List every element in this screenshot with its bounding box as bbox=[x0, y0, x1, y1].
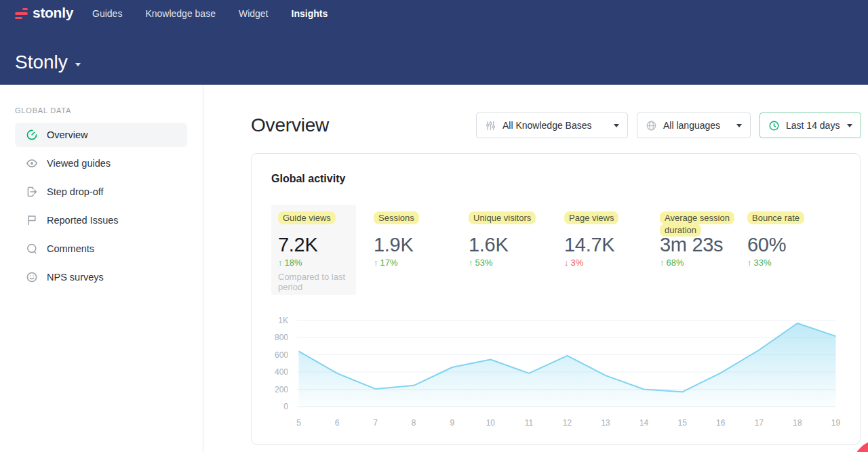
metric-label: Guide views bbox=[278, 211, 336, 224]
smiley-icon bbox=[26, 271, 38, 283]
sidebar-item-reported-issues[interactable]: Reported Issues bbox=[15, 208, 187, 232]
metric-value: 14.7K bbox=[564, 234, 660, 255]
metric-guide-views[interactable]: Guide views7.2K↑18%Compared to last peri… bbox=[271, 205, 356, 295]
metric-unique-visitors[interactable]: Unique visitors1.6K↑53% bbox=[469, 211, 564, 295]
metric-sessions[interactable]: Sessions1.9K↑17% bbox=[374, 211, 469, 295]
sidebar-item-label: Comments bbox=[47, 243, 94, 254]
metric-value: 1.9K bbox=[374, 234, 469, 255]
filter-label: Last 14 days bbox=[786, 120, 840, 131]
metric-average-session-duration[interactable]: Average session duration3m 23s↑68% bbox=[660, 211, 747, 295]
svg-text:5: 5 bbox=[296, 418, 301, 428]
primary-nav: GuidesKnowledge baseWidgetInsights bbox=[92, 8, 328, 19]
arrow-down-icon: ↓ bbox=[564, 258, 569, 268]
eye-icon bbox=[26, 157, 38, 169]
metric-page-views[interactable]: Page views14.7K↓3% bbox=[564, 211, 660, 295]
sidebar-item-overview[interactable]: Overview bbox=[15, 123, 187, 147]
svg-text:0: 0 bbox=[283, 402, 288, 411]
svg-text:8: 8 bbox=[412, 418, 416, 428]
sidebar-section-label: GLOBAL DATA bbox=[15, 106, 203, 115]
svg-text:10: 10 bbox=[486, 418, 496, 428]
metric-label: Average session duration bbox=[660, 211, 734, 237]
chevron-down-icon bbox=[847, 124, 852, 127]
sidebar-item-label: NPS surveys bbox=[47, 272, 104, 283]
sidebar-item-comments[interactable]: Comments bbox=[15, 237, 187, 261]
nav-item-knowledge-base[interactable]: Knowledge base bbox=[145, 8, 216, 19]
sidebar-item-label: Step drop-off bbox=[47, 186, 104, 197]
arrow-up-icon: ↑ bbox=[278, 258, 283, 268]
sliders-icon bbox=[485, 120, 496, 131]
metric-change: ↑53% bbox=[469, 258, 564, 268]
comment-icon bbox=[26, 243, 38, 255]
metric-change: ↑18% bbox=[278, 258, 349, 268]
svg-text:200: 200 bbox=[275, 385, 288, 394]
svg-text:600: 600 bbox=[275, 350, 288, 360]
sidebar-item-nps-surveys[interactable]: NPS surveys bbox=[15, 265, 187, 289]
stonly-logo[interactable]: stonly bbox=[15, 6, 73, 21]
svg-text:6: 6 bbox=[335, 418, 340, 428]
svg-text:7: 7 bbox=[373, 418, 378, 428]
activity-chart: 02004006008001K5678910111213141516171819 bbox=[252, 309, 861, 438]
arrow-up-icon: ↑ bbox=[374, 258, 378, 268]
metric-value: 7.2K bbox=[278, 234, 349, 255]
chevron-down-icon bbox=[75, 63, 81, 66]
filter-all-knowledge-bases[interactable]: All Knowledge Bases bbox=[476, 112, 628, 138]
nav-item-guides[interactable]: Guides bbox=[92, 8, 122, 19]
top-header: stonly GuidesKnowledge baseWidgetInsight… bbox=[0, 0, 868, 85]
chevron-down-icon bbox=[614, 124, 619, 127]
filter-last-14-days[interactable]: Last 14 days bbox=[760, 112, 861, 138]
page: stonly GuidesKnowledge baseWidgetInsight… bbox=[0, 0, 868, 452]
step-exit-icon bbox=[26, 186, 38, 198]
metric-label: Bounce rate bbox=[747, 211, 804, 224]
svg-text:400: 400 bbox=[275, 367, 288, 377]
arrow-up-icon: ↑ bbox=[747, 258, 752, 268]
main-content: Overview All Knowledge BasesAll language… bbox=[203, 85, 868, 452]
metric-change: ↑17% bbox=[374, 258, 469, 268]
metric-bounce-rate[interactable]: Bounce rate60%↑33% bbox=[747, 211, 854, 295]
svg-text:13: 13 bbox=[601, 418, 610, 428]
metric-change: ↓3% bbox=[564, 258, 660, 268]
metric-change-value: 18% bbox=[285, 258, 302, 268]
sidebar-item-viewed-guides[interactable]: Viewed guides bbox=[15, 151, 187, 176]
filter-label: All languages bbox=[663, 120, 720, 131]
flag-icon bbox=[26, 214, 38, 226]
metric-label: Sessions bbox=[374, 211, 419, 224]
filters: All Knowledge BasesAll languagesLast 14 … bbox=[476, 112, 861, 138]
svg-text:18: 18 bbox=[793, 418, 802, 428]
metric-value: 60% bbox=[747, 234, 854, 255]
metric-label: Unique visitors bbox=[469, 211, 536, 224]
sidebar-item-step-drop-off[interactable]: Step drop-off bbox=[15, 180, 187, 204]
metric-label-wrap: Page views bbox=[564, 211, 660, 234]
arrow-up-icon: ↑ bbox=[660, 258, 665, 268]
metric-change-value: 68% bbox=[667, 258, 684, 268]
metric-change-value: 17% bbox=[380, 258, 398, 268]
gauge-icon bbox=[26, 129, 38, 141]
card-title: Global activity bbox=[271, 173, 345, 185]
svg-text:11: 11 bbox=[525, 418, 534, 428]
nav-item-insights[interactable]: Insights bbox=[292, 8, 328, 19]
filter-all-languages[interactable]: All languages bbox=[637, 112, 751, 138]
metric-value: 1.6K bbox=[469, 234, 564, 255]
stonly-logo-icon bbox=[15, 8, 28, 20]
metric-change-value: 3% bbox=[571, 258, 584, 268]
logo-text: stonly bbox=[33, 5, 73, 21]
sidebar-menu: OverviewViewed guidesStep drop-offReport… bbox=[15, 123, 187, 289]
workspace-switcher[interactable]: Stonly bbox=[15, 52, 81, 73]
workspace-name: Stonly bbox=[15, 52, 68, 73]
clock-icon bbox=[768, 120, 780, 131]
metric-label: Page views bbox=[564, 211, 618, 224]
svg-text:14: 14 bbox=[639, 418, 649, 428]
sidebar-item-label: Viewed guides bbox=[47, 158, 111, 169]
svg-text:19: 19 bbox=[831, 418, 841, 428]
svg-text:17: 17 bbox=[755, 418, 764, 428]
svg-text:12: 12 bbox=[563, 418, 572, 428]
metric-label-wrap: Average session duration bbox=[660, 211, 747, 234]
metric-note: Compared to last period bbox=[278, 272, 349, 292]
metric-change-value: 53% bbox=[475, 258, 493, 268]
filter-label: All Knowledge Bases bbox=[502, 120, 592, 131]
metric-label-wrap: Bounce rate bbox=[747, 211, 854, 234]
sidebar-item-label: Reported Issues bbox=[47, 215, 119, 226]
nav-item-widget[interactable]: Widget bbox=[239, 8, 269, 19]
page-title: Overview bbox=[251, 115, 329, 136]
svg-text:800: 800 bbox=[275, 333, 288, 342]
metric-label-wrap: Guide views bbox=[278, 211, 349, 234]
